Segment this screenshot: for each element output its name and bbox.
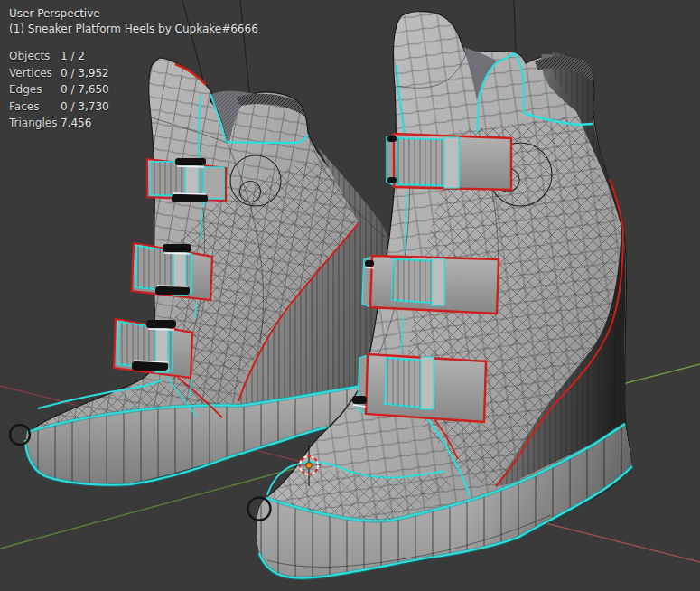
blender-3d-viewport[interactable]: User Perspective (1) Sneaker Platform He… bbox=[0, 0, 700, 591]
buckle-slot bbox=[132, 361, 168, 371]
stat-label: Objects bbox=[9, 50, 61, 62]
stat-label: Triangles bbox=[9, 117, 61, 129]
stat-value: 0 / 7,650 bbox=[61, 83, 109, 96]
buckle-slot bbox=[175, 158, 206, 165]
buckle-slot bbox=[365, 260, 374, 267]
stat-vertices: Vertices 0 / 3,952 bbox=[9, 65, 109, 82]
buckle-slot bbox=[352, 396, 367, 404]
buckle-slot bbox=[172, 194, 208, 202]
active-object-info: (1) Sneaker Platform Heels by Cupkake#66… bbox=[9, 22, 258, 37]
stat-label: Vertices bbox=[9, 67, 61, 80]
shoe-right-straps[interactable] bbox=[387, 134, 511, 190]
stat-value: 0 / 3,952 bbox=[61, 67, 109, 80]
buckle-slot bbox=[146, 320, 176, 328]
stat-label: Faces bbox=[9, 100, 61, 113]
stat-faces: Faces 0 / 3,730 bbox=[9, 98, 109, 116]
stat-edges: Edges 0 / 7,650 bbox=[9, 81, 109, 98]
stat-label: Edges bbox=[9, 83, 61, 96]
buckle-slot bbox=[155, 286, 190, 295]
stat-triangles: Triangles 7,456 bbox=[9, 115, 109, 132]
scene-statistics: Objects 1 / 2 Vertices 0 / 3,952 Edges 0… bbox=[9, 48, 109, 132]
buckle-slot bbox=[387, 177, 397, 183]
stat-value: 0 / 3,730 bbox=[61, 100, 109, 113]
buckle-slot bbox=[387, 136, 397, 142]
buckle-slot bbox=[163, 244, 191, 252]
view-perspective-label: User Perspective bbox=[9, 6, 100, 22]
stat-objects: Objects 1 / 2 bbox=[9, 48, 109, 65]
cursor-origin-dot bbox=[306, 463, 313, 469]
stat-value: 7,456 bbox=[61, 117, 91, 129]
stat-value: 1 / 2 bbox=[61, 50, 85, 62]
